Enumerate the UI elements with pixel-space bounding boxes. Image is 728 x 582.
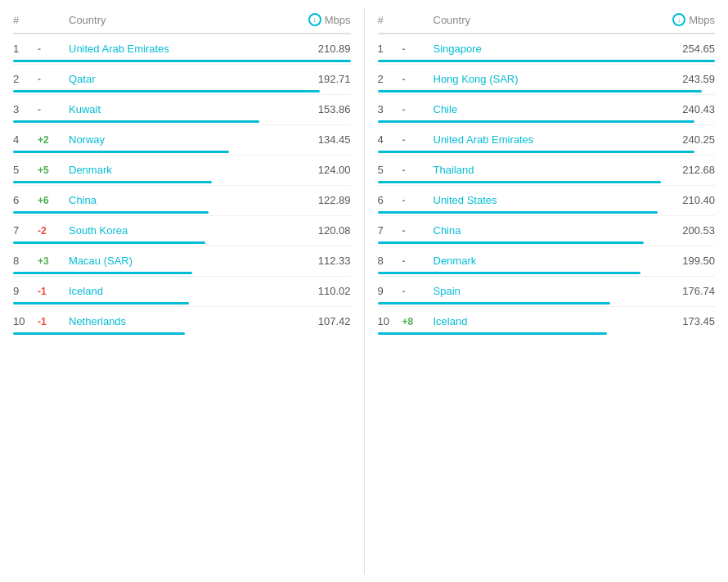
row-data: 8 - Denmark 199.50 <box>378 255 716 272</box>
table-row: 10 -1 Netherlands 107.42 <box>13 307 351 335</box>
bar-container <box>13 90 351 92</box>
right-table-body: 1 - Singapore 254.65 2 - Hong Kong (SAR)… <box>378 34 716 335</box>
country-name: Denmark <box>434 255 658 267</box>
rank-change: +3 <box>38 255 69 267</box>
table-row: 9 -1 Iceland 110.02 <box>13 277 351 307</box>
rank-number: 3 <box>378 103 402 115</box>
row-data: 9 - Spain 176.74 <box>378 285 716 302</box>
rank-number: 5 <box>378 164 402 176</box>
mbps-value: 134.45 <box>294 133 351 146</box>
speed-bar <box>13 302 189 305</box>
bar-container <box>13 120 351 123</box>
country-name: Kuwait <box>69 103 294 115</box>
rank-change: - <box>402 225 434 237</box>
table-row: 1 - Singapore 254.65 <box>378 34 716 65</box>
table-row: 4 - United Arab Emirates 240.25 <box>378 125 716 156</box>
right-panel: # Country ↓ Mbps 1 - Singapore 254.65 <box>365 0 729 582</box>
bar-container <box>13 332 351 335</box>
table-row: 7 -2 South Korea 120.08 <box>13 216 351 246</box>
mbps-value: 122.89 <box>294 194 351 206</box>
country-name: Hong Kong (SAR) <box>434 73 658 85</box>
speed-bar <box>13 332 185 335</box>
bar-container <box>378 90 716 92</box>
row-data: 1 - Singapore 254.65 <box>378 43 716 60</box>
rank-change: - <box>38 104 69 115</box>
rank-change: -2 <box>38 225 69 237</box>
speed-bar <box>13 151 229 153</box>
bar-container <box>378 211 716 214</box>
table-row: 3 - Chile 240.43 <box>378 95 716 125</box>
country-name: Spain <box>434 285 658 297</box>
country-name: China <box>434 224 658 237</box>
rank-change: - <box>402 255 434 267</box>
rank-change: - <box>402 165 434 176</box>
table-row: 3 - Kuwait 153.86 <box>13 95 351 125</box>
row-data: 6 - United States 210.40 <box>378 194 716 211</box>
bar-container <box>13 302 351 305</box>
row-data: 3 - Kuwait 153.86 <box>13 103 351 120</box>
speed-bar <box>13 241 205 244</box>
speed-bar <box>13 60 351 62</box>
rank-change: - <box>402 104 434 115</box>
speed-bar <box>378 60 716 62</box>
rank-change: - <box>402 74 434 85</box>
rank-number: 10 <box>378 315 402 327</box>
speed-bar <box>378 90 702 92</box>
mbps-value: 120.08 <box>294 224 351 237</box>
mbps-value: 107.42 <box>294 315 351 327</box>
bar-container <box>378 60 716 62</box>
mbps-value: 240.25 <box>658 133 715 146</box>
bar-container <box>378 181 716 183</box>
rank-number: 1 <box>13 43 38 55</box>
rank-number: 9 <box>13 285 38 297</box>
row-data: 2 - Hong Kong (SAR) 243.59 <box>378 73 716 90</box>
mbps-value: 124.00 <box>294 164 351 176</box>
row-data: 8 +3 Macau (SAR) 112.33 <box>13 255 351 272</box>
rank-number: 7 <box>13 224 38 237</box>
row-data: 4 - United Arab Emirates 240.25 <box>378 133 716 151</box>
mbps-value: 199.50 <box>658 255 715 267</box>
country-name: Netherlands <box>69 315 294 327</box>
bar-container <box>378 151 716 153</box>
mbps-value: 176.74 <box>658 285 715 297</box>
speed-bar <box>378 241 645 244</box>
speed-bar <box>13 181 212 183</box>
rank-number: 8 <box>378 255 402 267</box>
row-data: 9 -1 Iceland 110.02 <box>13 285 351 302</box>
left-rank-header: # <box>13 14 38 26</box>
mbps-value: 240.43 <box>658 103 715 115</box>
row-data: 7 -2 South Korea 120.08 <box>13 224 351 241</box>
table-row: 5 - Thailand 212.68 <box>378 156 716 186</box>
right-mbps-header: ↓ Mbps <box>658 13 715 26</box>
speed-bar <box>378 302 611 305</box>
table-row: 9 - Spain 176.74 <box>378 277 716 307</box>
mbps-value: 192.71 <box>294 73 351 85</box>
row-data: 10 +8 Iceland 173.45 <box>378 315 716 332</box>
rank-change: - <box>402 286 434 297</box>
rank-change: +8 <box>402 316 434 327</box>
country-name: Iceland <box>434 315 658 327</box>
table-row: 8 - Denmark 199.50 <box>378 246 716 277</box>
speed-bar <box>378 181 662 183</box>
rank-number: 6 <box>13 194 38 206</box>
country-name: Thailand <box>434 164 658 176</box>
rank-number: 4 <box>13 133 38 146</box>
left-table-body: 1 - United Arab Emirates 210.89 2 - Qata… <box>13 34 351 335</box>
mbps-value: 254.65 <box>658 43 715 55</box>
country-name: South Korea <box>69 224 294 237</box>
table-row: 2 - Qatar 192.71 <box>13 65 351 95</box>
speed-bar <box>378 272 641 274</box>
country-name: United Arab Emirates <box>69 43 294 55</box>
rank-number: 9 <box>378 285 402 297</box>
right-country-header: Country <box>434 14 658 26</box>
bar-container <box>13 60 351 62</box>
country-name: Norway <box>69 133 294 146</box>
rank-number: 2 <box>378 73 402 85</box>
country-name: Qatar <box>69 73 294 85</box>
country-name: Iceland <box>69 285 294 297</box>
row-data: 6 +6 China 122.89 <box>13 194 351 211</box>
speed-bar <box>378 120 695 123</box>
table-row: 2 - Hong Kong (SAR) 243.59 <box>378 65 716 95</box>
table-row: 6 +6 China 122.89 <box>13 186 351 216</box>
rank-number: 8 <box>13 255 38 267</box>
